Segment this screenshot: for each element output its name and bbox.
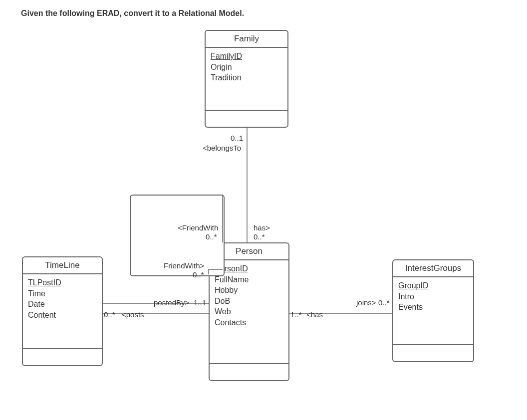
entity-timeline-attrs: TLPostID Time Date Content <box>23 274 102 349</box>
label-friendwith-side-name: FriendWith> <box>164 261 204 270</box>
question-prompt: Given the following ERAD, convert it to … <box>21 9 244 18</box>
entity-person-ops <box>210 364 288 380</box>
label-postedby-name: postedBy> <box>154 298 189 307</box>
entity-interestgroups: InterestGroups GroupID Intro Events <box>392 259 474 362</box>
entity-family-attrs: FamilyID Origin Tradition <box>206 48 287 111</box>
entity-interestgroups-title: InterestGroups <box>393 260 473 277</box>
entity-timeline-title: TimeLine <box>23 257 102 274</box>
attr-groupid: GroupID <box>398 280 468 291</box>
attr-fullname: FullName <box>215 274 283 285</box>
attr-hobby: Hobby <box>215 285 283 296</box>
attr-personid: PersonID <box>215 263 283 274</box>
attr-date: Date <box>28 299 97 310</box>
label-joins-card: 0..* <box>378 298 390 307</box>
label-friendwith-top-card: 0..* <box>206 232 217 241</box>
label-friendwith-side-card: 0..* <box>193 270 204 279</box>
label-has-card: 0..* <box>254 232 265 241</box>
attr-tradition: Tradition <box>211 72 282 83</box>
label-friendwith-top-name: <FriendWith <box>178 223 218 232</box>
attr-origin: Origin <box>211 62 282 73</box>
label-personhas-card: 1..* <box>290 310 302 319</box>
attr-events: Events <box>398 302 468 313</box>
attr-content: Content <box>28 310 97 321</box>
entity-interestgroups-ops <box>393 345 473 361</box>
entity-family-ops <box>206 111 287 127</box>
label-has-name: has> <box>254 223 270 232</box>
entity-family-title: Family <box>206 31 287 48</box>
label-belongs-card: 0..1 <box>231 134 243 142</box>
label-personhas-name: <has <box>306 310 323 319</box>
label-posts-name: <posts <box>122 310 144 319</box>
entity-timeline: TimeLine TLPostID Time Date Content <box>22 256 103 366</box>
attr-tlpostid: TLPostID <box>28 277 97 288</box>
label-joins-name: joins> <box>356 298 376 307</box>
entity-family: Family FamilyID Origin Tradition <box>205 30 288 128</box>
label-belongs-name: <belongsTo <box>203 144 241 152</box>
entity-timeline-ops <box>23 349 102 365</box>
prompt-text: Given the following ERAD, convert it to … <box>21 9 244 17</box>
attr-intro: Intro <box>398 291 468 302</box>
attr-contacts: Contacts <box>215 317 283 328</box>
entity-interestgroups-attrs: GroupID Intro Events <box>393 277 473 345</box>
attr-dob: DoB <box>215 296 283 307</box>
label-posts-card: 0..* <box>104 310 115 319</box>
label-postedby-card: 1..1 <box>194 298 206 307</box>
attr-familyid: FamilyID <box>211 51 282 62</box>
attr-time: Time <box>28 288 97 299</box>
attr-web: Web <box>215 306 283 317</box>
